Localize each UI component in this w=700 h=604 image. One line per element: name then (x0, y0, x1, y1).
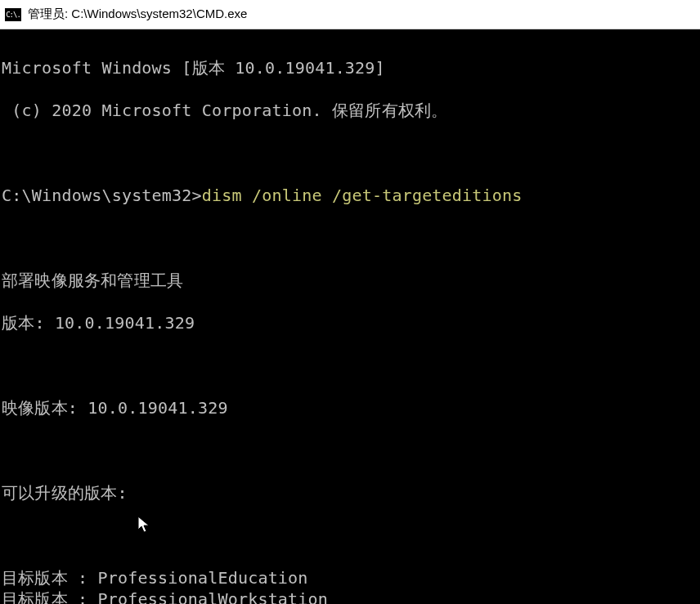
edition-row: 目标版本 : ProfessionalEducation (2, 567, 698, 588)
edition-value: ProfessionalEducation (98, 567, 308, 588)
prompt-path: C:\Windows\system32> (2, 186, 202, 205)
blank-line (2, 525, 698, 546)
window-titlebar[interactable]: C:\. 管理员: C:\Windows\system32\CMD.exe (0, 0, 700, 29)
command-text: dism /online /get-targeteditions (202, 186, 523, 205)
window-title: 管理员: C:\Windows\system32\CMD.exe (28, 7, 247, 22)
dism-tool-name: 部署映像服务和管理工具 (2, 270, 698, 291)
edition-label: 目标版本 : (2, 567, 98, 588)
blank-line (2, 440, 698, 461)
dism-tool-version: 版本: 10.0.19041.329 (2, 312, 698, 333)
edition-label: 目标版本 : (2, 588, 98, 604)
upgradable-header: 可以升级的版本: (2, 482, 698, 503)
ms-copyright: (c) 2020 Microsoft Corporation. 保留所有权利。 (2, 100, 698, 121)
cmd-icon: C:\. (5, 8, 21, 21)
blank-line (2, 142, 698, 163)
edition-row: 目标版本 : ProfessionalWorkstation (2, 588, 698, 604)
command-line: C:\Windows\system32>dism /online /get-ta… (2, 185, 698, 206)
edition-value: ProfessionalWorkstation (98, 588, 329, 604)
ms-windows-version: Microsoft Windows [版本 10.0.19041.329] (2, 57, 698, 78)
blank-line (2, 227, 698, 248)
image-version: 映像版本: 10.0.19041.329 (2, 397, 698, 418)
editions-list: 目标版本 : ProfessionalEducation目标版本 : Profe… (2, 567, 698, 604)
blank-line (2, 355, 698, 376)
terminal-output[interactable]: Microsoft Windows [版本 10.0.19041.329] (c… (0, 29, 700, 604)
